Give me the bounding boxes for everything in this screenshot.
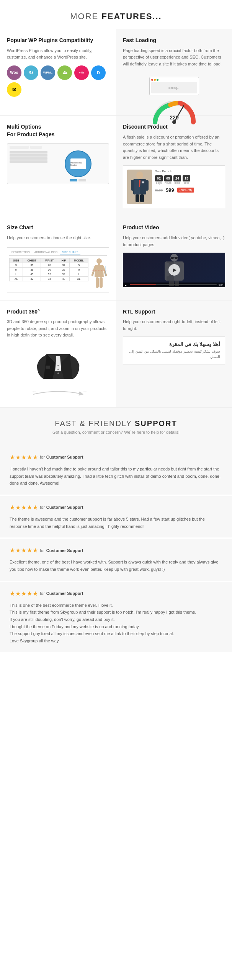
product-video-desc: Help your customers add link video( yout… bbox=[123, 235, 225, 248]
review-stars-row: ★★★★★ for Customer Support bbox=[10, 504, 222, 511]
size-chart-desc: Help your customers to choose the right … bbox=[7, 235, 109, 242]
product-360-section: Product 360° 3D and 360 degree spin prod… bbox=[7, 308, 109, 400]
new-price: $99 bbox=[166, 187, 174, 193]
review-stars-row: ★★★★★ for Customer Support bbox=[10, 454, 222, 461]
yith-icon: yith bbox=[74, 65, 89, 80]
wp-rocket-icon: ↻ bbox=[24, 65, 38, 80]
svg-rect-5 bbox=[134, 179, 140, 194]
star-rating: ★★★★★ bbox=[10, 590, 38, 597]
discount-badge: (50% off) bbox=[177, 188, 194, 193]
size-table: SIZE CHEST WAIST HIP MODEL S362834S bbox=[9, 258, 88, 281]
svg-rect-27 bbox=[169, 281, 174, 286]
video-thumbnail: ▶ ▶ 0:34 bbox=[123, 253, 225, 287]
sale-ends-label: Sale Ends In: bbox=[155, 170, 221, 173]
hours-box: 05 bbox=[164, 175, 172, 181]
svg-text:220: 220 bbox=[170, 114, 179, 121]
secs-box: 15 bbox=[183, 175, 190, 181]
days-box: 02 bbox=[155, 175, 163, 181]
svg-point-1 bbox=[172, 120, 176, 124]
review-label: Customer Support bbox=[46, 505, 83, 510]
yoast-icon: ⛰ bbox=[57, 65, 72, 80]
tab-additional: ADDITIONAL INFO bbox=[32, 250, 60, 255]
discount-desc: A flash sale is a discount or promotion … bbox=[123, 134, 225, 161]
review-text: Honestly I haven't had much time to poke… bbox=[10, 466, 222, 487]
svg-point-32 bbox=[57, 365, 59, 366]
size-chart-section: Size Chart Help your customers to choose… bbox=[7, 224, 109, 292]
svg-rect-9 bbox=[131, 180, 134, 191]
product-video-title: Product Video bbox=[123, 224, 225, 232]
header-features-text: FEATURES... bbox=[101, 11, 162, 21]
svg-rect-17 bbox=[96, 277, 99, 288]
svg-rect-10 bbox=[145, 180, 149, 191]
svg-rect-8 bbox=[142, 181, 144, 183]
wpml-icon: WPML bbox=[41, 65, 55, 80]
svg-point-33 bbox=[57, 369, 59, 370]
support-banner-title: FAST & FRIENDLY SUPPORT bbox=[8, 419, 224, 428]
svg-rect-29 bbox=[171, 257, 174, 259]
review-stars-row: ★★★★★ for Customer Support bbox=[10, 547, 222, 554]
review-for-text: for bbox=[40, 591, 45, 596]
review-for-text: for bbox=[40, 505, 45, 510]
multi-options-section: Multi OptionsFor Product Pages bbox=[7, 123, 109, 184]
review-card-0: ★★★★★ for Customer Support Honestly I ha… bbox=[0, 446, 232, 496]
fast-loading-title: Fast Loading bbox=[123, 37, 225, 44]
product-video-section: Product Video Help your customers add li… bbox=[123, 224, 225, 287]
discount-person-image bbox=[127, 170, 152, 204]
play-button[interactable]: ▶ bbox=[168, 264, 180, 276]
svg-rect-12 bbox=[140, 194, 144, 202]
discount-section: Discount Product A flash sale is a disco… bbox=[123, 123, 225, 208]
fast-loading-desc: Page loading speed is a crucial factor b… bbox=[123, 47, 225, 68]
svg-point-3 bbox=[136, 172, 143, 179]
fast-loading-section: Fast Loading Page loading speed is a cru… bbox=[123, 37, 225, 108]
review-label: Customer Support bbox=[46, 591, 83, 596]
gauge-svg: 220 bbox=[149, 97, 199, 126]
product-360-visual: ← → bbox=[7, 345, 109, 400]
product-360-title: Product 360° bbox=[7, 308, 109, 316]
svg-text:→: → bbox=[82, 389, 88, 395]
review-stars-row: ★★★★★ for Customer Support bbox=[10, 590, 222, 597]
woocommerce-icon: Woo bbox=[7, 65, 21, 80]
mins-box: 24 bbox=[173, 175, 181, 181]
table-row: M383036M bbox=[10, 267, 88, 272]
rtl-demo-text: سوف تشكر كيفية تحضير موقفك لينسل بالشكل … bbox=[128, 349, 220, 359]
star-rating: ★★★★★ bbox=[10, 454, 38, 461]
svg-point-13 bbox=[96, 258, 102, 264]
speedometer-container: loading... bbox=[123, 73, 225, 108]
timer-boxes: 02 days 05 hours 24 mins bbox=[155, 175, 221, 184]
rtl-desc: Help your customers read right-to-left, … bbox=[123, 318, 225, 332]
support-banner-subtitle: Got a question, comment or concern? We`r… bbox=[8, 430, 224, 434]
table-row: S362834S bbox=[10, 263, 88, 267]
svg-rect-30 bbox=[175, 257, 178, 259]
rtl-demo-title: أهلا وسهلا بك في المقرة bbox=[128, 341, 220, 347]
mailchimp-icon: ✉ bbox=[7, 82, 21, 97]
rtl-title: RTL Support bbox=[123, 308, 225, 316]
plugins-desc: WordPress Plugins allow you to easily mo… bbox=[7, 47, 109, 61]
discount-card: Sale Ends In: 02 days 05 hours bbox=[123, 165, 225, 208]
svg-text:←: ← bbox=[31, 389, 37, 395]
size-chart-table-container: DESCRIPTION ADDITIONAL INFO SIZE CHART S… bbox=[7, 247, 109, 292]
review-text: This is one of the best ecommerce theme … bbox=[10, 602, 222, 645]
review-for-text: for bbox=[40, 455, 45, 459]
review-card-1: ★★★★★ for Customer Support The theme is … bbox=[0, 496, 232, 539]
page-header: MORE FEATURES... bbox=[0, 0, 232, 29]
plugins-title: Popular WP Plugins Compatibility bbox=[7, 37, 109, 44]
rtl-demo-box: أهلا وسهلا بك في المقرة سوف تشكر كيفية ت… bbox=[123, 336, 225, 364]
table-row: XL423440XL bbox=[10, 276, 88, 281]
product-360-desc: 3D and 360 degree spin product photograp… bbox=[7, 318, 109, 339]
review-label: Customer Support bbox=[46, 455, 83, 459]
old-price: $199 bbox=[155, 188, 163, 192]
tab-description: DESCRIPTION bbox=[9, 250, 32, 255]
review-text: The theme is awesome and the customer su… bbox=[10, 516, 222, 530]
svg-rect-18 bbox=[100, 277, 103, 288]
review-text: Excellent theme, one of the best I have … bbox=[10, 559, 222, 573]
svg-rect-35 bbox=[46, 366, 50, 369]
divi-icon: D bbox=[91, 65, 106, 80]
review-label: Customer Support bbox=[46, 548, 83, 553]
review-card-2: ★★★★★ for Customer Support Excellent the… bbox=[0, 539, 232, 582]
svg-rect-11 bbox=[136, 194, 139, 202]
support-banner: FAST & FRIENDLY SUPPORT Got a question, … bbox=[0, 408, 232, 446]
product-mockup: Product Detail Sidebar bbox=[7, 143, 109, 184]
size-chart-title: Size Chart bbox=[7, 224, 109, 232]
star-rating: ★★★★★ bbox=[10, 504, 38, 511]
svg-rect-28 bbox=[175, 281, 179, 286]
